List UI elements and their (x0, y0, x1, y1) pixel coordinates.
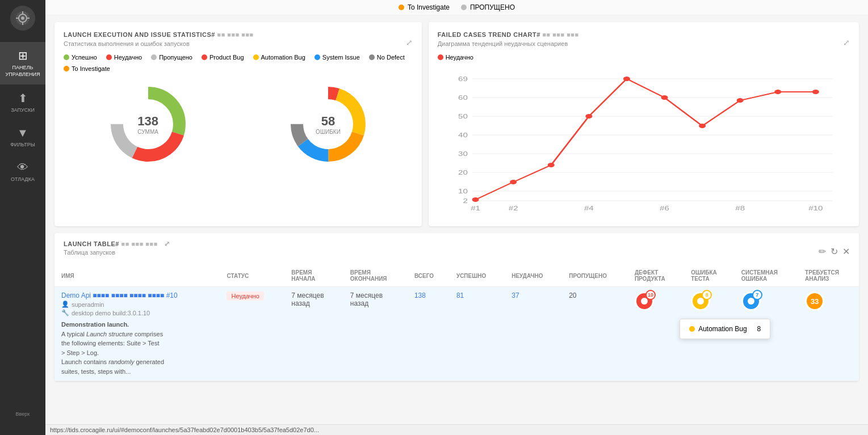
line-chart: 69 60 50 40 30 20 10 2 #1 #2 #4 #6 #8 #1… (438, 67, 850, 217)
exec-legend: Успешно Неудачно Пропущено Product Bug A… (64, 54, 413, 72)
skipped-label: ПРОПУЩЕНО (470, 3, 515, 11)
skipped-status: ПРОПУЩЕНО (461, 3, 515, 11)
auto-bug-badge-group: 8 Automation Bug 8 (691, 292, 728, 311)
launch-table-card: LAUNCH TABLE# ■■ ■■■ ■■■ ⤢ Таблица запус… (54, 233, 859, 381)
failed-trend-card: FAILED CASES TREND CHART# ■■ ■■■ ■■■ Диа… (429, 22, 859, 226)
failed-share-icon[interactable]: ⤢ (843, 38, 850, 47)
col-failed: НЕУДАЧНО (505, 265, 562, 287)
table-close-icon[interactable]: ✕ (842, 246, 850, 257)
main-content: To Investigate ПРОПУЩЕНО LAUNCH EXECUTIO… (45, 0, 868, 435)
skipped-num: 20 (569, 292, 576, 299)
total-num[interactable]: 138 (414, 292, 426, 299)
sys-error-count: 7 (752, 290, 762, 300)
dashboard-icon: ⊞ (18, 49, 28, 62)
svg-text:60: 60 (458, 95, 468, 102)
table-refresh-icon[interactable]: ↻ (831, 246, 838, 257)
col-passed: УСПЕШНО (450, 265, 505, 287)
sidebar-item-debug[interactable]: 👁 ОТЛАДКА (0, 154, 45, 189)
legend-failed: Неудачно (106, 54, 142, 61)
table-row: Demo Api ■■■■ ■■■■ ■■■■ ■■■■ #10 👤 super… (54, 287, 859, 381)
passed-label: Успешно (72, 54, 97, 61)
legend-product-bug: Product Bug (202, 54, 244, 61)
failed-title-suffix: ■■ ■■■ ■■■ (542, 31, 578, 38)
debug-icon: 👁 (17, 161, 28, 174)
cell-failed: 37 (505, 287, 562, 381)
launch-build: 🔧 desktop demo build:3.0.1.10 (61, 309, 213, 316)
product-bug-circle[interactable]: 10 (635, 292, 654, 311)
col-skipped: ПРОПУЩЕНО (562, 265, 628, 287)
col-auto-bug: ОШИБКАТЕСТА (684, 265, 735, 287)
build-icon: 🔧 (61, 309, 69, 316)
system-issue-dot (315, 54, 320, 60)
sidebar-label-filters: ФИЛЬТРЫ (10, 142, 35, 147)
donuts-container: 138 СУММА (64, 79, 413, 170)
svg-text:#8: #8 (735, 205, 745, 212)
no-defect-dot (369, 54, 375, 60)
col-end: ВРЕМЯОКОНЧАНИЯ (343, 265, 408, 287)
desc-text: A typical Launch structure comprisesthe … (61, 331, 164, 375)
sidebar-label-debug: ОТЛАДКА (11, 176, 35, 182)
scroll-to-top-button[interactable]: Вверх (0, 404, 45, 424)
launch-name-link[interactable]: Demo Api ■■■■ ■■■■ ■■■■ ■■■■ #10 (61, 292, 213, 299)
status-badge-fail: Неудачно (227, 292, 263, 301)
svg-point-44 (736, 98, 743, 103)
username: superadmin (72, 301, 104, 308)
trend-legend-failed: Неудачно (438, 54, 473, 61)
sidebar-label-dashboard: ПАНЕЛЬ УПРАВЛЕНИЯ (0, 65, 45, 78)
launch-description: Demonstration launch. A typical Launch s… (61, 320, 213, 376)
system-issue-label: System Issue (322, 54, 360, 61)
cell-total: 138 (408, 287, 450, 381)
auto-bug-circle[interactable]: 8 (691, 292, 710, 311)
sidebar-item-launches[interactable]: ⬆ ЗАПУСКИ (0, 85, 45, 120)
exec-stats-subtitle: Статистика выполнения и ошибок запусков (64, 40, 254, 47)
table-header-row: ИМЯ СТАТУС ВРЕМЯНАЧАЛА ВРЕМЯОКОНЧАНИЯ ВС… (54, 265, 859, 287)
cell-end: 7 месяцевназад (343, 287, 408, 381)
svg-point-42 (661, 95, 668, 100)
table-share-icon[interactable]: ⤢ (164, 240, 170, 248)
auto-bug-count: 8 (702, 290, 712, 300)
failed-num[interactable]: 37 (511, 292, 519, 299)
failed-trend-subtitle: Диаграмма тенденций неудачных сценариев (438, 40, 579, 47)
launch-meta: 👤 superadmin 🔧 desktop demo build:3.0.1.… (61, 301, 213, 316)
skipped-label-2: Пропущено (159, 54, 192, 61)
sidebar-item-dashboard[interactable]: ⊞ ПАНЕЛЬ УПРАВЛЕНИЯ (0, 42, 45, 85)
table-actions: ✏ ↻ ✕ (819, 246, 850, 257)
svg-point-37 (472, 197, 479, 202)
tooltip-label-group: Automation Bug (689, 325, 747, 333)
col-status: СТАТУС (220, 265, 284, 287)
product-bug-label: Product Bug (209, 54, 244, 61)
exec-share-icon[interactable]: ⤢ (406, 38, 413, 47)
investigate-label-2: To Investigate (72, 65, 110, 72)
no-defect-label: No Defect (377, 54, 405, 61)
svg-point-45 (774, 90, 781, 94)
svg-text:2: 2 (463, 198, 467, 205)
table-edit-icon[interactable]: ✏ (819, 246, 826, 257)
legend-skipped: Пропущено (151, 54, 192, 61)
svg-text:30: 30 (458, 151, 468, 158)
svg-point-2 (21, 16, 24, 20)
sys-error-badge-group: 7 (741, 292, 791, 311)
trend-legend: Неудачно (438, 54, 850, 61)
cell-passed: 81 (450, 287, 505, 381)
investigate-status: To Investigate (399, 3, 450, 11)
tooltip-dot (689, 326, 695, 332)
sidebar-item-filters[interactable]: ▼ ФИЛЬТРЫ (0, 120, 45, 154)
launch-user: 👤 superadmin (61, 301, 213, 308)
svg-text:40: 40 (458, 132, 468, 139)
sys-error-circle[interactable]: 7 (741, 292, 761, 311)
user-icon: 👤 (61, 301, 69, 308)
investigate-circle[interactable]: 33 (805, 292, 824, 311)
legend-system-issue: System Issue (315, 54, 360, 61)
product-bug-count: 10 (645, 290, 656, 300)
passed-num[interactable]: 81 (456, 292, 464, 299)
url-text: https://tids.crocagile.ru/ui/#democonf/l… (50, 426, 319, 433)
exec-title-text: LAUNCH EXECUTION AND ISSUE STATISTICS# (64, 31, 215, 38)
legend-passed: Успешно (64, 54, 97, 61)
table-title-text: LAUNCH TABLE# (64, 240, 119, 247)
col-investigate: ТРЕБУЕТСЯАНАЛИЗ (798, 265, 859, 287)
investigate-label: To Investigate (408, 3, 450, 11)
cell-auto-bug: 8 Automation Bug 8 (684, 287, 735, 381)
sidebar-bottom: Вверх (0, 404, 45, 435)
legend-no-defect: No Defect (369, 54, 405, 61)
sys-error-inner-dot (748, 298, 754, 305)
